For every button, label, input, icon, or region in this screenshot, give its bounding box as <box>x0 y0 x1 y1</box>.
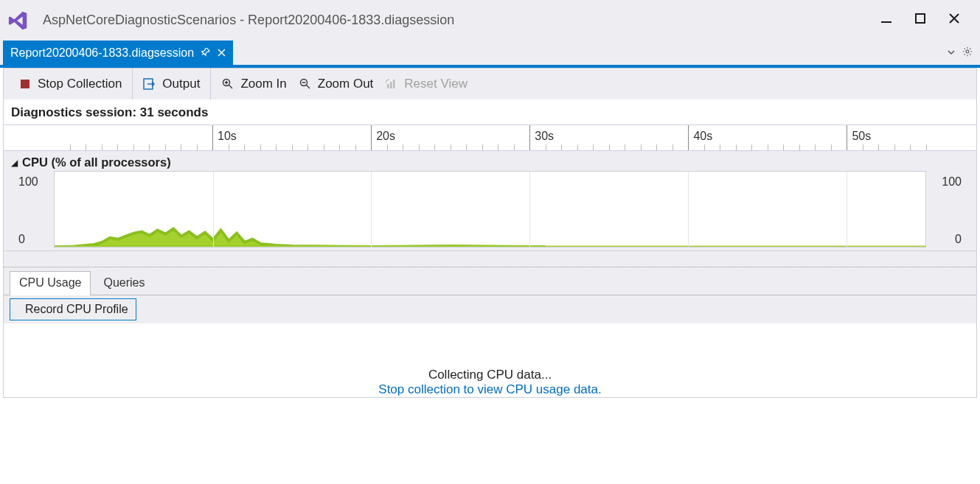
ruler-tick-label: 50s <box>852 130 871 143</box>
detail-tabstrip: CPU Usage Queries <box>4 267 976 295</box>
visual-studio-logo-icon <box>6 8 31 33</box>
record-cpu-profile-button[interactable]: Record CPU Profile <box>10 298 136 320</box>
zoom-in-icon <box>221 77 234 91</box>
ruler-tick-label: 40s <box>693 130 712 143</box>
cpu-usage-toolbar: Record CPU Profile <box>4 295 976 323</box>
tab-close-icon[interactable] <box>218 47 226 59</box>
output-label: Output <box>162 77 200 91</box>
maximize-button[interactable] <box>914 13 927 28</box>
close-button[interactable] <box>948 13 961 28</box>
tab-cpu-usage[interactable]: CPU Usage <box>10 271 91 295</box>
stop-collection-label: Stop Collection <box>38 77 122 91</box>
stop-collection-hint-link[interactable]: Stop collection to view CPU usage data. <box>378 382 601 396</box>
zoom-in-button[interactable]: Zoom In <box>218 74 289 94</box>
minimize-button[interactable] <box>880 13 893 28</box>
output-button[interactable]: Output <box>140 74 203 94</box>
tab-queries[interactable]: Queries <box>94 271 154 295</box>
svg-rect-7 <box>390 82 392 88</box>
y-axis-min-left: 0 <box>18 233 25 246</box>
cpu-chart-plot-area <box>54 171 926 248</box>
y-axis-max-left: 100 <box>18 175 38 189</box>
diagnostics-session-label: Diagnostics session: 31 seconds <box>4 99 976 124</box>
chart-footer-spacer <box>4 250 976 267</box>
tab-settings-gear-icon[interactable] <box>962 46 973 59</box>
diagnostics-toolbar: Stop Collection Output Zoom In <box>4 69 976 99</box>
window-title: AspNetCoreDiagnosticScenarios - Report20… <box>43 13 880 28</box>
ruler-tick-label: 20s <box>376 130 395 143</box>
svg-rect-6 <box>387 84 389 88</box>
zoom-in-label: Zoom In <box>240 77 286 91</box>
collecting-status-text: Collecting CPU data... <box>4 368 976 382</box>
zoom-out-icon <box>299 77 312 91</box>
svg-rect-0 <box>881 21 892 23</box>
reset-view-icon <box>385 77 398 91</box>
window-titlebar: AspNetCoreDiagnosticScenarios - Report20… <box>0 0 980 41</box>
cpu-chart[interactable]: 100 0 100 0 <box>4 171 976 250</box>
tab-overflow-dropdown-icon[interactable] <box>948 47 955 58</box>
reset-view-label: Reset View <box>404 77 468 91</box>
timeline-ruler[interactable]: 10s20s30s40s50s <box>4 124 976 151</box>
pin-icon[interactable] <box>201 47 210 59</box>
output-arrow-icon <box>143 77 156 91</box>
zoom-out-label: Zoom Out <box>318 77 374 91</box>
ruler-tick-label: 30s <box>535 130 554 143</box>
document-tab-active[interactable]: Report20200406-1833.diagsession <box>3 41 233 65</box>
cpu-chart-title: CPU (% of all processors) <box>22 155 171 169</box>
diagnostics-document: Stop Collection Output Zoom In <box>3 68 977 398</box>
ruler-tick-label: 10s <box>218 130 237 143</box>
cpu-chart-header[interactable]: ◢ CPU (% of all processors) <box>4 151 976 171</box>
record-cpu-profile-label: Record CPU Profile <box>25 303 128 316</box>
tab-cpu-usage-label: CPU Usage <box>19 276 81 289</box>
cpu-usage-status-area: Collecting CPU data... Stop collection t… <box>4 323 976 397</box>
stop-collection-button[interactable]: Stop Collection <box>15 74 125 94</box>
svg-rect-8 <box>393 80 395 88</box>
document-tab-label: Report20200406-1833.diagsession <box>10 46 194 60</box>
reset-view-button[interactable]: Reset View <box>382 74 470 94</box>
collapse-triangle-icon[interactable]: ◢ <box>11 158 18 168</box>
cpu-chart-series <box>55 172 925 247</box>
y-axis-max-right: 100 <box>942 175 962 189</box>
zoom-out-button[interactable]: Zoom Out <box>296 74 377 94</box>
y-axis-min-right: 0 <box>955 233 962 246</box>
document-tab-strip: Report20200406-1833.diagsession <box>0 41 980 65</box>
svg-rect-1 <box>916 14 925 23</box>
stop-icon <box>18 77 32 91</box>
svg-point-2 <box>966 50 969 53</box>
tab-queries-label: Queries <box>103 276 145 289</box>
